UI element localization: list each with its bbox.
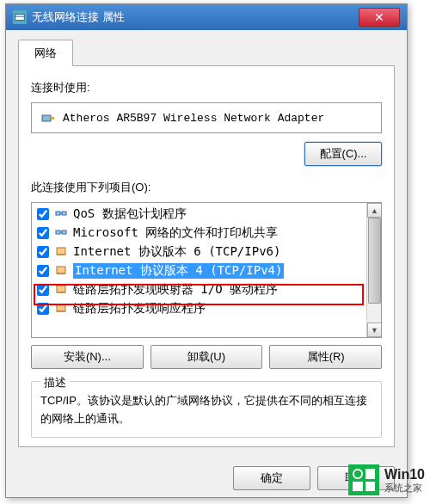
description-text: TCP/IP。该协议是默认的广域网络协议，它提供在不同的相互连接的网络上的通讯。 bbox=[40, 392, 372, 428]
list-item[interactable]: 链路层拓扑发现响应程序 bbox=[32, 299, 381, 318]
svg-rect-12 bbox=[57, 267, 65, 274]
list-item[interactable]: Internet 协议版本 6 (TCP/IPv6) bbox=[32, 243, 381, 261]
window-title: 无线网络连接 属性 bbox=[32, 9, 359, 25]
watermark-line2: 系统之家 bbox=[384, 482, 425, 493]
protocol-icon bbox=[54, 245, 68, 259]
list-item[interactable]: 链路层拓扑发现映射器 I/O 驱动程序 bbox=[32, 280, 381, 299]
adapter-box[interactable]: Atheros AR5B97 Wireless Network Adapter bbox=[31, 102, 382, 133]
item-label: Internet 协议版本 6 (TCP/IPv6) bbox=[73, 244, 280, 260]
items-label: 此连接使用下列项目(O): bbox=[31, 180, 382, 195]
svg-rect-7 bbox=[56, 230, 60, 234]
tab-panel: 连接时使用: Atheros AR5B97 Wireless Network A… bbox=[18, 66, 395, 447]
connect-using-label: 连接时使用: bbox=[31, 80, 382, 95]
list-item[interactable]: QoS 数据包计划程序 bbox=[32, 205, 381, 224]
watermark: Win10 系统之家 bbox=[348, 464, 425, 495]
item-checkbox[interactable] bbox=[37, 246, 49, 258]
properties-dialog: 无线网络连接 属性 ✕ 网络 连接时使用: Atheros AR5B97 Wir… bbox=[5, 3, 408, 498]
svg-rect-4 bbox=[56, 212, 60, 215]
configure-button[interactable]: 配置(C)... bbox=[304, 142, 382, 166]
svg-rect-2 bbox=[42, 115, 51, 121]
uninstall-button[interactable]: 卸载(U) bbox=[150, 345, 263, 369]
list-item[interactable]: Microsoft 网络的文件和打印机共享 bbox=[32, 224, 381, 243]
item-label: 链路层拓扑发现映射器 I/O 驱动程序 bbox=[73, 282, 278, 298]
scroll-down-arrow[interactable]: ▼ bbox=[367, 323, 382, 337]
titlebar[interactable]: 无线网络连接 属性 ✕ bbox=[6, 4, 407, 30]
item-checkbox[interactable] bbox=[37, 227, 49, 239]
protocol-icon bbox=[54, 264, 68, 278]
item-checkbox[interactable] bbox=[37, 284, 49, 296]
ok-button[interactable]: 确定 bbox=[233, 466, 310, 490]
svg-rect-3 bbox=[51, 117, 54, 120]
item-checkbox[interactable] bbox=[37, 265, 49, 277]
scroll-thumb[interactable] bbox=[368, 218, 381, 304]
service-icon bbox=[54, 207, 68, 221]
svg-rect-14 bbox=[57, 286, 65, 292]
item-label: 链路层拓扑发现响应程序 bbox=[73, 301, 206, 317]
list-item-selected[interactable]: Internet 协议版本 4 (TCP/IPv4) bbox=[32, 261, 381, 280]
watermark-line1: Win10 bbox=[384, 467, 425, 482]
window-icon bbox=[13, 10, 27, 24]
protocol-icon bbox=[54, 302, 68, 316]
item-label: Internet 协议版本 4 (TCP/IPv4) bbox=[73, 263, 284, 279]
watermark-logo-icon bbox=[348, 464, 379, 495]
item-label: Microsoft 网络的文件和打印机共享 bbox=[73, 225, 278, 241]
tab-bar: 网络 bbox=[18, 39, 395, 66]
adapter-name: Atheros AR5B97 Wireless Network Adapter bbox=[63, 112, 324, 125]
scroll-up-arrow[interactable]: ▲ bbox=[367, 203, 382, 218]
watermark-text: Win10 系统之家 bbox=[384, 467, 425, 493]
connection-items-list: QoS 数据包计划程序 Microsoft 网络的文件和打印机共享 Intern… bbox=[31, 202, 382, 338]
content-area: 网络 连接时使用: Atheros AR5B97 Wireless Networ… bbox=[6, 30, 407, 497]
svg-rect-16 bbox=[57, 304, 65, 311]
item-checkbox[interactable] bbox=[37, 303, 49, 315]
close-button[interactable]: ✕ bbox=[359, 8, 400, 27]
protocol-icon bbox=[54, 283, 68, 297]
install-button[interactable]: 安装(N)... bbox=[31, 345, 144, 369]
properties-button[interactable]: 属性(R) bbox=[269, 345, 382, 369]
svg-rect-10 bbox=[57, 248, 65, 255]
svg-rect-8 bbox=[62, 230, 66, 234]
description-legend: 描述 bbox=[40, 375, 70, 390]
item-checkbox[interactable] bbox=[37, 208, 49, 220]
svg-rect-5 bbox=[62, 212, 66, 215]
scrollbar[interactable]: ▲ ▼ bbox=[366, 203, 381, 337]
adapter-icon bbox=[40, 110, 56, 126]
tab-network[interactable]: 网络 bbox=[18, 40, 73, 66]
service-icon bbox=[54, 226, 68, 240]
item-label: QoS 数据包计划程序 bbox=[73, 206, 187, 222]
svg-rect-0 bbox=[15, 15, 25, 21]
description-group: 描述 TCP/IP。该协议是默认的广域网络协议，它提供在不同的相互连接的网络上的… bbox=[31, 381, 382, 438]
